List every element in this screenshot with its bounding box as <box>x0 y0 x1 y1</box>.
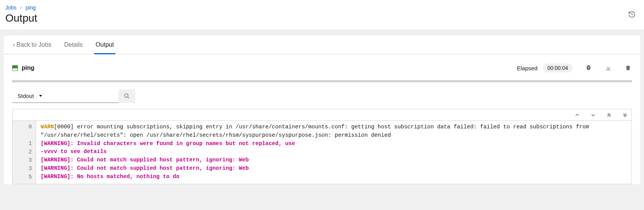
log-line: [WARNING]: Could not match supplied host… <box>41 164 627 173</box>
main-panel: Back to Jobs Details Output ping Elapsed… <box>4 36 640 184</box>
log-line: -vvvv to see details <box>41 148 627 156</box>
log-line: [WARNING]: Could not match supplied host… <box>41 156 627 164</box>
caret-down-icon <box>39 95 42 97</box>
output-panel: 012335 WARN[0000] error mounting subscri… <box>12 109 632 184</box>
double-chevron-up-icon <box>606 112 612 118</box>
download-button[interactable] <box>605 64 612 72</box>
tab-details[interactable]: Details <box>63 36 84 54</box>
breadcrumb: Jobs › ping <box>5 5 639 11</box>
svg-line-1 <box>128 97 129 98</box>
stream-selector[interactable]: Stdout <box>12 89 50 103</box>
page-header: Jobs › ping Output <box>0 0 644 30</box>
launch-button[interactable] <box>585 64 592 72</box>
breadcrumb-root-link[interactable]: Jobs <box>5 5 17 11</box>
scroll-down-button[interactable] <box>590 112 596 118</box>
code-area[interactable]: WARN[0000] error mounting subscriptions,… <box>36 121 631 184</box>
trash-icon <box>625 65 631 71</box>
search-icon <box>124 93 130 99</box>
output-body: 012335 WARN[0000] error mounting subscri… <box>13 121 631 184</box>
scroll-bottom-button[interactable] <box>622 112 628 118</box>
line-number: 2 <box>16 148 32 156</box>
log-line: WARN[0000] error mounting subscriptions,… <box>41 123 627 140</box>
tab-output[interactable]: Output <box>94 36 115 54</box>
line-number: 5 <box>16 173 32 182</box>
chevron-down-icon <box>590 112 596 118</box>
double-chevron-down-icon <box>622 112 628 118</box>
tab-bar: Back to Jobs Details Output <box>4 36 640 54</box>
page-title: Output <box>5 12 639 24</box>
download-icon <box>605 65 612 71</box>
progress-bar <box>12 80 632 82</box>
job-header: ping Elapsed 00:00:04 <box>4 54 640 78</box>
chevron-up-icon <box>575 112 580 118</box>
scroll-up-button[interactable] <box>575 112 580 118</box>
log-line: [WARNING]: No hosts matched, nothing to … <box>41 173 627 181</box>
elapsed-value: 00:00:04 <box>543 63 573 73</box>
stream-selector-label: Stdout <box>17 93 34 99</box>
job-status-icon <box>12 65 18 71</box>
search-button[interactable] <box>118 89 135 103</box>
delete-button[interactable] <box>624 64 632 72</box>
line-number: 3 <box>16 156 32 165</box>
scroll-top-button[interactable] <box>606 112 612 118</box>
history-icon <box>628 11 636 18</box>
breadcrumb-separator-icon: › <box>21 5 22 10</box>
log-line: [WARNING]: Invalid characters were found… <box>41 140 627 148</box>
svg-point-0 <box>125 94 128 97</box>
line-number: 0 <box>16 123 32 140</box>
search-bar: Stdout <box>12 89 632 103</box>
breadcrumb-current-link[interactable]: ping <box>26 5 36 11</box>
search-input[interactable] <box>50 89 118 103</box>
line-gutter: 012335 <box>13 121 36 184</box>
history-button[interactable] <box>628 11 636 18</box>
output-toolbar <box>13 109 631 121</box>
rocket-icon <box>585 65 592 71</box>
elapsed-label: Elapsed <box>517 65 537 71</box>
line-number: 1 <box>16 140 32 148</box>
line-number: 3 <box>16 165 32 173</box>
back-to-jobs-link[interactable]: Back to Jobs <box>11 36 53 54</box>
job-name: ping <box>22 65 35 71</box>
